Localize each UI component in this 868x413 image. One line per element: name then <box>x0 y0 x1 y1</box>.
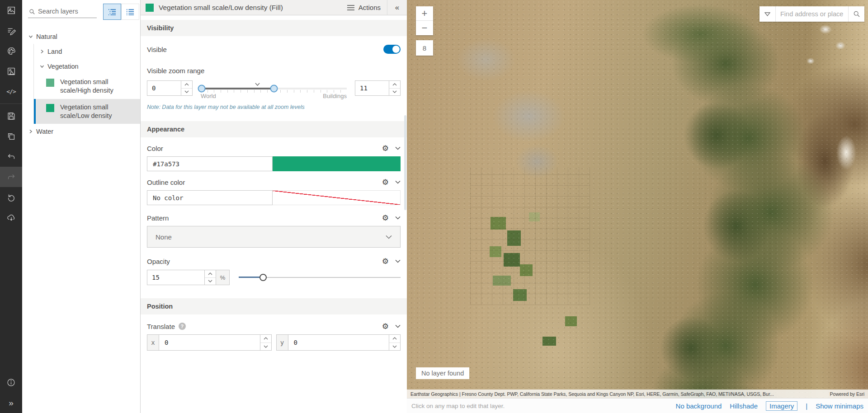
spacer <box>272 334 276 351</box>
translate-label-row: Translate ? ⚙ <box>147 319 401 333</box>
layer-item-vegetation-high-density[interactable]: Vegetation small scale/High density <box>34 74 140 99</box>
gear-icon[interactable]: ⚙ <box>382 323 389 330</box>
cloud-download-icon[interactable] <box>0 207 22 228</box>
zoom-out-button[interactable]: − <box>416 21 433 35</box>
map-zoom-control: + − <box>416 6 433 35</box>
redo-icon[interactable] <box>0 167 22 187</box>
stepper-up-icon[interactable] <box>205 270 216 278</box>
color-control <box>147 156 401 171</box>
gear-icon[interactable]: ⚙ <box>382 178 389 186</box>
edit-pen-icon[interactable] <box>0 20 22 41</box>
duplicate-icon[interactable] <box>0 126 22 146</box>
zoom-min-group <box>147 80 193 103</box>
chevron-down-icon[interactable] <box>395 259 401 263</box>
opacity-slider[interactable] <box>239 273 401 282</box>
find-address-input[interactable] <box>776 6 848 22</box>
chevron-down-icon <box>386 235 392 239</box>
visible-toggle[interactable] <box>383 45 401 54</box>
stepper-up-icon[interactable] <box>389 335 400 343</box>
gear-icon[interactable]: ⚙ <box>382 145 389 152</box>
layer-group-natural[interactable]: Natural <box>22 29 140 44</box>
layer-item-label: Vegetation small scale/High density <box>60 78 136 95</box>
translate-control: x y <box>147 334 401 351</box>
chevron-down-icon[interactable] <box>395 180 401 184</box>
layer-group-water[interactable]: Water <box>22 124 140 139</box>
info-icon[interactable] <box>0 372 22 393</box>
save-icon[interactable] <box>0 106 22 126</box>
map-view[interactable]: + − 8 No layer found Earthstar Geographi… <box>407 0 868 398</box>
translate-x-input[interactable] <box>159 334 260 351</box>
expand-panel-icon[interactable]: » <box>0 393 22 413</box>
toolbar-spacer <box>0 228 22 372</box>
layer-group-label: Vegetation <box>47 63 79 70</box>
list-view-button[interactable] <box>121 4 139 20</box>
opacity-handle[interactable] <box>259 274 267 281</box>
map-attribution: Earthstar Geographics | Fresno County De… <box>407 390 868 398</box>
properties-header: Vegetation small scale/Low density (Fill… <box>141 0 407 15</box>
basemap-links: No background Hillshade Imagery | Show m… <box>676 401 863 411</box>
stepper-down-icon[interactable] <box>260 343 271 351</box>
zoom-min-handle[interactable] <box>198 85 205 93</box>
color-palette-icon[interactable] <box>0 41 22 61</box>
link-hillshade[interactable]: Hillshade <box>730 402 758 410</box>
link-no-background[interactable]: No background <box>676 402 722 410</box>
attribution-text: Earthstar Geographics | Fresno County De… <box>410 391 824 397</box>
zoom-in-button[interactable]: + <box>416 6 433 21</box>
help-icon[interactable]: ? <box>179 323 186 330</box>
gear-icon[interactable]: ⚙ <box>382 214 389 222</box>
search-submit-button[interactable] <box>848 6 864 22</box>
tree-view-button[interactable] <box>103 4 121 20</box>
no-color-swatch-button[interactable] <box>273 190 401 205</box>
y-axis-label: y <box>276 334 288 351</box>
sprites-icon[interactable] <box>0 61 22 81</box>
undo-icon[interactable] <box>0 146 22 167</box>
stepper-up-icon[interactable] <box>260 335 271 343</box>
opacity-label-row: Opacity ⚙ <box>147 254 401 268</box>
search-options-caret[interactable] <box>760 6 776 22</box>
actions-button[interactable]: Actions <box>341 0 387 15</box>
zoom-range-note: Note: Data for this layer may not be ava… <box>147 104 401 110</box>
outline-color-label: Outline color <box>147 178 382 186</box>
chevron-down-icon[interactable] <box>395 146 401 150</box>
hamburger-icon <box>347 5 354 10</box>
color-swatch-button[interactable] <box>273 156 401 171</box>
properties-panel: Vegetation small scale/Low density (Fill… <box>141 0 407 413</box>
reset-icon[interactable] <box>0 187 22 207</box>
app-root: </> » <box>0 0 868 413</box>
triangle-down-icon <box>764 12 770 16</box>
search-layers-input[interactable] <box>28 5 97 18</box>
outline-color-value-input[interactable] <box>147 190 273 205</box>
zoom-max-input[interactable] <box>355 80 389 96</box>
zoom-range-slider[interactable]: World Buildings <box>201 80 347 103</box>
zoom-min-input[interactable] <box>147 80 181 96</box>
collapse-panel-button[interactable]: « <box>387 0 407 15</box>
stepper-up-icon[interactable] <box>181 81 192 89</box>
stepper-down-icon[interactable] <box>389 89 400 96</box>
gear-icon[interactable]: ⚙ <box>382 258 389 265</box>
stepper-up-icon[interactable] <box>389 81 400 89</box>
layer-group-land[interactable]: Land <box>34 44 140 59</box>
link-show-minimaps[interactable]: Show minimaps <box>816 402 863 410</box>
farmland-texture <box>470 167 590 305</box>
translate-y-input[interactable] <box>288 334 390 351</box>
chevron-right-icon <box>39 49 47 54</box>
layer-item-vegetation-low-density[interactable]: Vegetation small scale/Low density <box>34 99 140 124</box>
stepper-down-icon[interactable] <box>181 89 192 96</box>
color-label-row: Color ⚙ <box>147 141 401 155</box>
zoom-max-handle[interactable] <box>270 85 278 93</box>
stepper-down-icon[interactable] <box>389 343 400 351</box>
color-value-input[interactable] <box>147 156 273 171</box>
layer-group-vegetation[interactable]: Vegetation <box>34 59 140 74</box>
pattern-select[interactable]: None <box>147 226 401 248</box>
code-icon[interactable]: </> <box>0 81 22 102</box>
stepper-down-icon[interactable] <box>205 278 216 285</box>
chevron-down-icon[interactable] <box>395 216 401 220</box>
layer-style-icon[interactable] <box>0 0 22 20</box>
search-icon <box>853 10 860 18</box>
chevron-down-icon[interactable] <box>395 324 401 328</box>
opacity-input[interactable] <box>147 270 205 285</box>
link-imagery[interactable]: Imagery <box>766 401 797 411</box>
slider-fill <box>201 88 274 89</box>
geocode-search <box>760 6 864 22</box>
percent-unit: % <box>216 270 230 285</box>
